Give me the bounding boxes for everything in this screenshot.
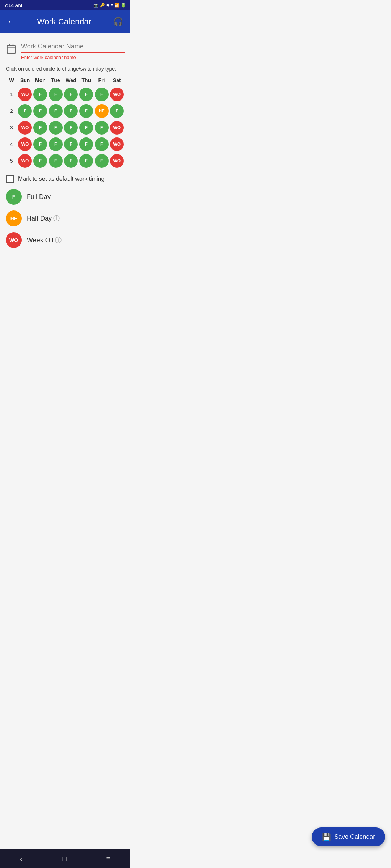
- main-content: Enter work calendar name Click on colore…: [0, 33, 130, 290]
- header-tue: Tue: [48, 76, 63, 85]
- info-icon-halfday[interactable]: ⓘ: [53, 214, 60, 223]
- legend-full: FFull Day: [6, 189, 125, 205]
- day-circle-w1-0[interactable]: WO: [18, 88, 32, 101]
- header-sat: Sat: [109, 76, 125, 85]
- day-circle-w2-2[interactable]: F: [49, 104, 63, 118]
- week-number: 4: [6, 141, 17, 147]
- info-icon-weekoff[interactable]: ⓘ: [55, 236, 62, 244]
- legend-text-full: Full Day: [27, 193, 51, 201]
- day-circle-w5-1[interactable]: F: [33, 154, 47, 168]
- day-circle-w1-6[interactable]: WO: [110, 88, 124, 101]
- input-section: Enter work calendar name: [6, 41, 125, 60]
- day-circle-w5-2[interactable]: F: [49, 154, 63, 168]
- day-circle-w2-3[interactable]: F: [64, 104, 78, 118]
- day-circle-w3-5[interactable]: F: [95, 121, 109, 135]
- day-circle-w1-1[interactable]: F: [33, 88, 47, 101]
- legend-text-halfday: Half Day: [27, 215, 52, 222]
- day-circle-w3-0[interactable]: WO: [18, 121, 32, 135]
- day-circle-w1-3[interactable]: F: [64, 88, 78, 101]
- legend-container: FFull DayHFHalf DayⓘWOWeek Offⓘ: [6, 189, 125, 248]
- day-circle-w1-5[interactable]: F: [95, 88, 109, 101]
- calendar-icon: [6, 43, 17, 57]
- day-circle-w3-6[interactable]: WO: [110, 121, 124, 135]
- day-circle-w5-5[interactable]: F: [95, 154, 109, 168]
- error-text: Enter work calendar name: [21, 55, 125, 60]
- day-circle-w4-1[interactable]: F: [33, 137, 47, 151]
- checkbox-section: Mark to set as default work timing: [6, 175, 125, 183]
- input-wrapper: Enter work calendar name: [21, 41, 125, 60]
- day-circle-w3-1[interactable]: F: [33, 121, 47, 135]
- week-number: 1: [6, 92, 17, 97]
- app-bar-title: Work Calendar: [37, 17, 91, 26]
- back-button[interactable]: ←: [6, 16, 17, 28]
- checkbox-label: Mark to set as default work timing: [18, 176, 104, 182]
- day-circle-w3-4[interactable]: F: [79, 121, 93, 135]
- day-circle-w3-3[interactable]: F: [64, 121, 78, 135]
- header-mon: Mon: [33, 76, 48, 85]
- status-time: 7:14 AM: [4, 3, 22, 8]
- svg-rect-0: [7, 45, 16, 54]
- header-wed: Wed: [63, 76, 79, 85]
- day-circle-w4-5[interactable]: F: [95, 137, 109, 151]
- day-circle-w5-3[interactable]: F: [64, 154, 78, 168]
- week-number: 2: [6, 108, 17, 114]
- day-circle-w4-3[interactable]: F: [64, 137, 78, 151]
- legend-weekoff: WOWeek Offⓘ: [6, 232, 125, 248]
- header-thu: Thu: [79, 76, 94, 85]
- legend-halfday: HFHalf Dayⓘ: [6, 210, 125, 226]
- header-sun: Sun: [17, 76, 33, 85]
- day-circle-w2-0[interactable]: F: [18, 104, 32, 118]
- grid-row: 1WOFFFFFWO: [6, 88, 125, 101]
- headset-icon[interactable]: 🎧: [112, 16, 125, 28]
- day-circle-w4-2[interactable]: F: [49, 137, 63, 151]
- instruction-text: Click on colored circle to change/switch…: [6, 66, 125, 72]
- legend-circle-weekoff[interactable]: WO: [6, 232, 22, 248]
- day-circle-w4-0[interactable]: WO: [18, 137, 32, 151]
- day-circle-w2-1[interactable]: F: [33, 104, 47, 118]
- legend-circle-full[interactable]: F: [6, 189, 22, 205]
- grid-header: W Sun Mon Tue Wed Thu Fri Sat: [6, 76, 125, 85]
- header-fri: Fri: [94, 76, 109, 85]
- legend-text-weekoff: Week Off: [27, 237, 54, 244]
- status-bar: 7:14 AM 📷 🔑 ✱ ▾ 📶 🔋: [0, 0, 130, 10]
- week-number: 3: [6, 125, 17, 131]
- day-circle-w4-6[interactable]: WO: [110, 137, 124, 151]
- day-circle-w5-6[interactable]: WO: [110, 154, 124, 168]
- default-timing-checkbox[interactable]: [6, 175, 14, 183]
- day-circle-w2-5[interactable]: HF: [95, 104, 109, 118]
- legend-label-row-weekoff: Week Offⓘ: [27, 236, 62, 244]
- status-icons: 📷 🔑 ✱ ▾ 📶 🔋: [93, 3, 126, 8]
- legend-circle-halfday[interactable]: HF: [6, 210, 22, 226]
- day-circle-w4-4[interactable]: F: [79, 137, 93, 151]
- grid-row: 3WOFFFFFWO: [6, 121, 125, 135]
- week-number: 5: [6, 158, 17, 164]
- day-circle-w5-4[interactable]: F: [79, 154, 93, 168]
- day-circle-w1-2[interactable]: F: [49, 88, 63, 101]
- calendar-name-input[interactable]: [21, 41, 125, 53]
- day-circle-w2-4[interactable]: F: [79, 104, 93, 118]
- day-circle-w1-4[interactable]: F: [79, 88, 93, 101]
- legend-label-row-halfday: Half Dayⓘ: [27, 214, 60, 223]
- calendar-grid: W Sun Mon Tue Wed Thu Fri Sat 1WOFFFFFWO…: [6, 76, 125, 168]
- grid-rows: 1WOFFFFFWO2FFFFFHFF3WOFFFFFWO4WOFFFFFWO5…: [6, 88, 125, 168]
- grid-row: 4WOFFFFFWO: [6, 137, 125, 151]
- header-week: W: [6, 76, 17, 85]
- day-circle-w2-6[interactable]: F: [110, 104, 124, 118]
- app-bar: ← Work Calendar 🎧: [0, 10, 130, 33]
- grid-row: 5WOFFFFFWO: [6, 154, 125, 168]
- legend-label-row-full: Full Day: [27, 193, 51, 201]
- day-circle-w5-0[interactable]: WO: [18, 154, 32, 168]
- day-circle-w3-2[interactable]: F: [49, 121, 63, 135]
- grid-row: 2FFFFFHFF: [6, 104, 125, 118]
